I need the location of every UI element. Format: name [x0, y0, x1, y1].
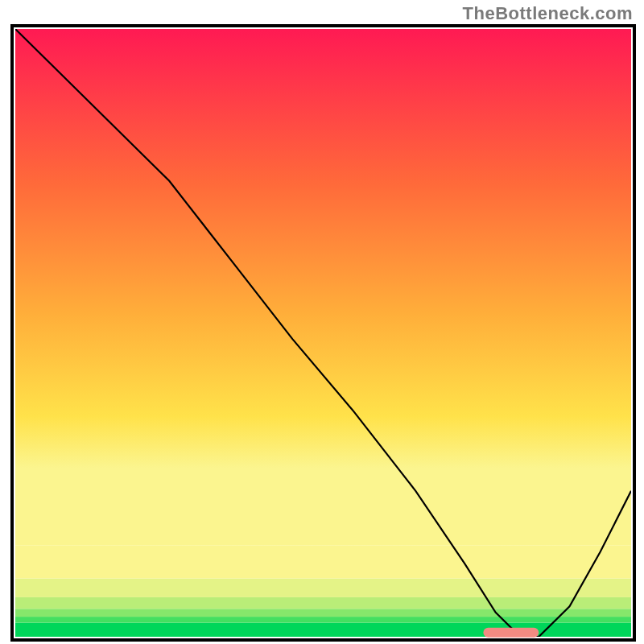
background-band: [15, 597, 631, 609]
bottleneck-chart: [0, 0, 644, 644]
background-gradient: [15, 29, 631, 546]
background-bands: [15, 546, 631, 637]
background-band: [15, 623, 631, 637]
background-band: [15, 546, 631, 579]
background-band: [15, 609, 631, 617]
optimal-marker: [483, 628, 539, 638]
background-band: [15, 617, 631, 623]
background-band: [15, 579, 631, 597]
watermark-text: TheBottleneck.com: [463, 3, 633, 24]
